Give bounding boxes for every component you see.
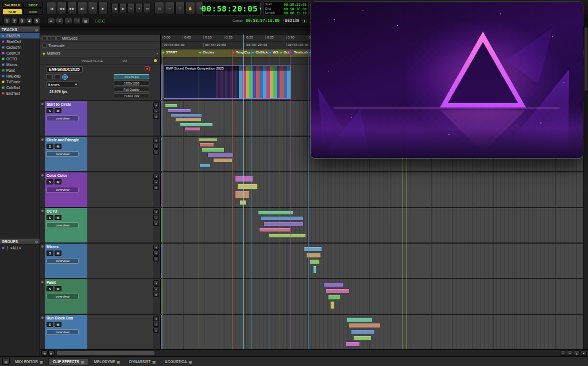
audio-clip[interactable] xyxy=(180,122,213,126)
zoom-out-icon[interactable]: − xyxy=(127,3,135,13)
minsec-ruler-label-row[interactable]: Min:Secs xyxy=(40,34,160,42)
audio-clip[interactable] xyxy=(349,323,381,328)
overview-button[interactable]: overview xyxy=(47,258,79,264)
video-clip[interactable]: EMF Sound Design Competition 2025 xyxy=(164,66,291,99)
timeline-marker[interactable]: Oct xyxy=(280,51,289,54)
track-lane[interactable] xyxy=(161,315,583,349)
clip-list-icon[interactable]: ≡ xyxy=(153,114,159,119)
add-automation-icon[interactable]: + xyxy=(153,251,159,256)
audio-clip[interactable] xyxy=(259,228,291,232)
track-name[interactable]: Run Block Boy xyxy=(47,316,86,320)
video-quality-chip[interactable]: Full Quality xyxy=(114,87,149,92)
zoom-h-in-icon[interactable]: + xyxy=(567,350,573,356)
zoom-preset-icon[interactable]: ▭ xyxy=(144,3,151,13)
solo-button[interactable]: S xyxy=(47,108,53,113)
mute-button[interactable]: M xyxy=(55,215,61,220)
timeline-marker[interactable]: TrnglCry xyxy=(232,51,250,54)
clip-list-icon[interactable]: ≡ xyxy=(153,149,159,155)
playlist-icon[interactable]: ▾ xyxy=(153,280,159,286)
inserts-column-label[interactable]: INSERTS A-E xyxy=(82,59,103,63)
nudge-forward-icon[interactable]: ▸ xyxy=(100,19,105,23)
sidebar-track-item[interactable]: ColrSnd xyxy=(0,84,40,90)
audio-clip[interactable] xyxy=(175,118,202,122)
bottom-tab-acoustica[interactable]: ACOUSTICA▦ xyxy=(161,358,196,365)
scroll-up-icon[interactable]: ▲ xyxy=(574,350,580,356)
edit-mode-spot[interactable]: SPOT xyxy=(23,2,43,8)
selector-tool-icon[interactable]: I xyxy=(175,2,185,14)
audio-clip[interactable] xyxy=(351,329,375,334)
audio-clip[interactable] xyxy=(235,176,253,182)
audio-clip[interactable] xyxy=(184,127,200,131)
playlist-icon[interactable]: ▾ xyxy=(153,316,159,321)
add-automation-icon[interactable]: + xyxy=(153,144,159,149)
audio-clip[interactable] xyxy=(330,301,335,309)
playlist-icon[interactable]: ▾ xyxy=(153,209,159,214)
memory-location-5[interactable]: 5 xyxy=(33,18,40,24)
link-timeline-selection-icon[interactable]: ⇄ xyxy=(47,18,55,24)
edit-mode-slip[interactable]: SLIP xyxy=(2,9,22,15)
bottom-tab-melodyne[interactable]: MELODYNE▦ xyxy=(90,358,124,365)
vertical-scrollbar[interactable] xyxy=(583,26,588,349)
audio-clip[interactable] xyxy=(328,295,341,300)
playlist-icon[interactable]: ▾ xyxy=(153,138,159,143)
track-state-icon[interactable] xyxy=(41,138,44,141)
add-automation-icon[interactable]: + xyxy=(153,108,159,113)
audio-clip[interactable] xyxy=(171,113,202,117)
sidebar-track-item[interactable]: Micros xyxy=(0,61,40,67)
memory-location-2[interactable]: 2 xyxy=(11,18,18,24)
audio-clip[interactable] xyxy=(199,142,214,147)
stop-icon[interactable]: ■ xyxy=(88,2,98,14)
solo-button[interactable]: S xyxy=(47,144,53,149)
sidebar-track-item[interactable]: OCTO xyxy=(0,56,40,61)
groups-panel-header[interactable]: GROUPS ⊙ xyxy=(0,238,40,245)
audio-clip[interactable] xyxy=(346,317,373,322)
video-window[interactable] xyxy=(310,1,583,159)
audio-clip[interactable] xyxy=(313,265,316,273)
selection-length-value[interactable]: 00:00:15:19 xyxy=(284,11,307,15)
sidebar-track-item[interactable]: TVStatic xyxy=(0,79,40,84)
tracks-panel-header[interactable]: TRACKS ⊙ xyxy=(0,26,40,33)
timeline-marker[interactable]: Circles xyxy=(199,51,214,54)
track-lane[interactable] xyxy=(161,208,583,242)
sidebar-track-item[interactable]: CrclndTri xyxy=(0,44,40,50)
return-to-zero-icon[interactable]: |◀ xyxy=(47,2,56,14)
add-automation-icon[interactable]: + xyxy=(153,179,159,184)
solo-button[interactable]: S xyxy=(47,322,53,327)
bottom-tab-dynassist[interactable]: DYNASSIST▦ xyxy=(125,358,160,365)
zoom-h-out-icon[interactable]: − xyxy=(560,350,566,356)
solo-button[interactable]: S xyxy=(47,179,53,184)
track-lane[interactable] xyxy=(161,172,583,207)
edit-mode-shuffle[interactable]: SHUFFLE xyxy=(2,2,22,8)
track-state-icon[interactable] xyxy=(41,174,44,176)
track-state-icon[interactable] xyxy=(41,281,44,283)
audio-clip[interactable] xyxy=(198,138,218,141)
video-output-button[interactable] xyxy=(54,74,61,79)
track-name[interactable]: Paint xyxy=(47,280,86,284)
io-column-label[interactable]: I/O xyxy=(122,59,127,63)
mute-button[interactable]: M xyxy=(55,251,61,256)
edit-mode-grid[interactable]: GRID xyxy=(23,9,43,15)
grid-mode-icon[interactable]: ▦ xyxy=(82,18,90,24)
track-state-icon[interactable] xyxy=(41,317,44,319)
tab-to-transient-icon[interactable]: →| xyxy=(73,18,81,24)
track-lane[interactable] xyxy=(161,244,583,278)
insertion-follows-icon[interactable]: ↓ xyxy=(64,18,72,24)
timeline-marker[interactable]: ClrBlcks xyxy=(252,51,269,54)
overview-button[interactable]: overview xyxy=(47,115,79,121)
clip-list-icon[interactable]: ≡ xyxy=(153,256,159,261)
timecode-ruler-label-row[interactable]: Timecode xyxy=(40,42,160,49)
timeline-marker[interactable]: WS xyxy=(269,51,278,54)
audio-clip[interactable] xyxy=(199,163,211,168)
audio-clip[interactable] xyxy=(235,191,250,199)
link-track-selection-icon[interactable]: ≡ xyxy=(56,18,64,24)
audio-clip[interactable] xyxy=(268,233,306,238)
solo-button[interactable]: S xyxy=(47,215,53,220)
audio-clip[interactable] xyxy=(258,210,293,215)
audio-clip[interactable] xyxy=(167,109,191,113)
sidebar-track-item[interactable]: RnBlckB xyxy=(0,73,40,79)
add-automation-icon[interactable]: + xyxy=(153,215,159,220)
horizontal-scrollbar-thumb[interactable] xyxy=(57,351,154,355)
audio-clip[interactable] xyxy=(306,253,321,258)
audio-clip[interactable] xyxy=(345,341,360,346)
horizontal-scrollbar[interactable]: ◀▶ −+▲▼ xyxy=(40,349,588,356)
